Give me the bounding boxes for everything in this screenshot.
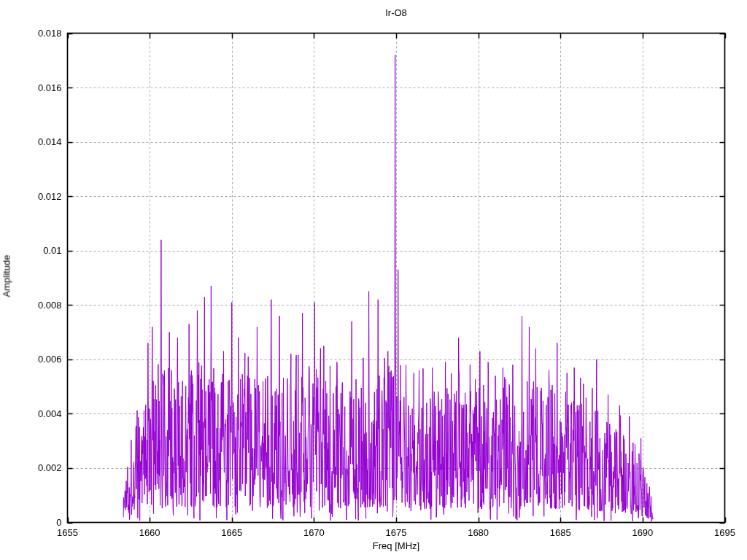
y-tick-label: 0.008: [4, 300, 62, 311]
chart-title: Ir-O8: [287, 7, 506, 18]
x-tick-label: 1680: [457, 527, 500, 538]
plot-canvas: [0, 0, 747, 560]
y-tick-label: 0.016: [4, 82, 62, 93]
y-tick-label: 0.018: [4, 28, 62, 39]
x-tick-label: 1660: [128, 527, 171, 538]
x-axis-title: Freq [MHz]: [287, 540, 506, 551]
x-tick-label: 1685: [538, 527, 582, 538]
x-tick-label: 1670: [292, 527, 336, 538]
x-tick-label: 1695: [703, 527, 747, 538]
y-axis-title: Amplitude: [1, 218, 12, 335]
y-tick-label: 0.004: [4, 408, 62, 419]
y-tick-label: 0.002: [4, 462, 62, 473]
y-tick-label: 0.014: [4, 136, 62, 147]
y-tick-label: 0.01: [4, 245, 62, 256]
y-tick-label: 0.006: [4, 354, 62, 365]
x-tick-label: 1675: [374, 527, 418, 538]
x-tick-label: 1665: [210, 527, 254, 538]
y-tick-label: 0.012: [4, 191, 62, 202]
spectrum-chart: Ir-O8 Amplitude Freq [MHz] 00.0020.0040.…: [0, 0, 747, 560]
x-tick-label: 1690: [621, 527, 665, 538]
x-tick-label: 1655: [46, 527, 90, 538]
